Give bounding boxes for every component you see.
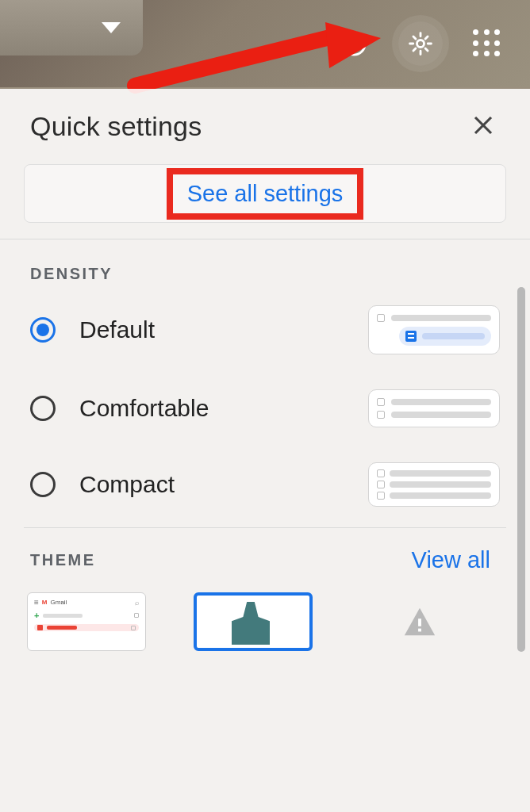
radio-checked-icon	[30, 317, 56, 343]
svg-rect-7	[418, 619, 421, 626]
quick-settings-panel: Quick settings See all settings DENSITY …	[0, 89, 530, 812]
density-option-comfortable[interactable]: Comfortable	[30, 389, 500, 427]
see-all-settings-container: See all settings	[24, 164, 506, 223]
theme-option-default[interactable]: ≡MGmail⌕ +	[27, 592, 146, 651]
see-all-settings-button[interactable]: See all settings	[167, 168, 364, 220]
svg-rect-8	[418, 629, 421, 632]
radio-unchecked-icon	[30, 472, 56, 497]
theme-thumbnails: ≡MGmail⌕ +	[0, 589, 530, 659]
close-icon	[471, 113, 495, 137]
svg-point-2	[417, 40, 424, 47]
density-label: Compact	[79, 471, 175, 498]
apps-grid-icon	[473, 29, 501, 58]
density-preview-compact	[368, 462, 500, 507]
panel-title: Quick settings	[30, 111, 202, 142]
density-option-default[interactable]: Default	[30, 305, 500, 354]
svg-point-1	[353, 48, 355, 51]
density-option-compact[interactable]: Compact	[30, 462, 500, 507]
theme-option-photo[interactable]	[194, 592, 313, 651]
scrollbar-thumb[interactable]	[517, 287, 525, 652]
gear-icon	[407, 30, 434, 57]
help-button[interactable]	[332, 21, 376, 66]
app-topbar	[0, 0, 530, 87]
google-apps-button[interactable]	[465, 21, 509, 66]
theme-option-unavailable[interactable]	[360, 592, 479, 651]
theme-preview-gmail: ≡MGmail⌕ +	[28, 593, 145, 636]
density-section: DENSITY Default Comfortable	[0, 251, 530, 507]
theme-view-all-button[interactable]: View all	[412, 547, 490, 573]
warning-icon	[401, 603, 438, 640]
density-heading: DENSITY	[30, 265, 500, 283]
close-button[interactable]	[471, 113, 495, 140]
density-label: Default	[79, 316, 155, 343]
caret-down-icon	[102, 22, 121, 33]
help-icon	[340, 30, 367, 57]
toolbar-dropdown[interactable]	[0, 0, 143, 56]
settings-button[interactable]	[398, 21, 443, 66]
divider	[0, 239, 530, 239]
density-preview-default	[368, 305, 500, 354]
theme-heading: THEME	[30, 551, 96, 569]
radio-unchecked-icon	[30, 396, 56, 421]
density-label: Comfortable	[79, 395, 209, 422]
theme-section-header: THEME View all	[0, 528, 530, 589]
density-preview-comfortable	[368, 389, 500, 427]
